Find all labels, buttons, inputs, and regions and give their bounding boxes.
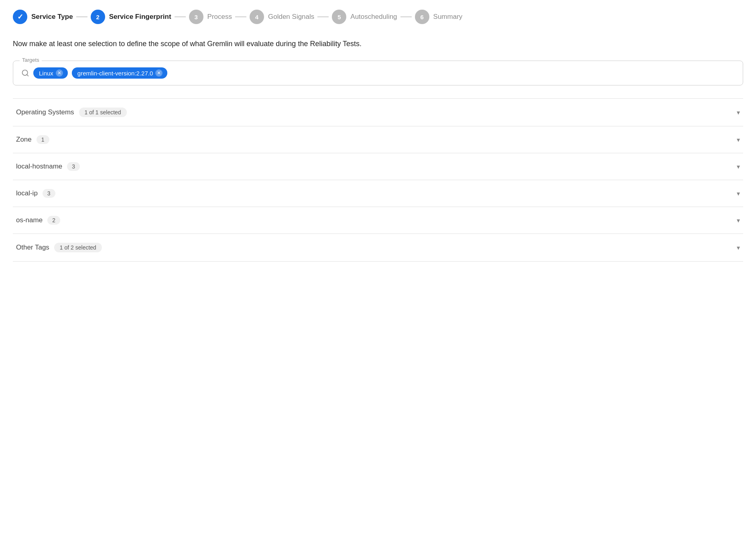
tag-chip-linux-label: Linux <box>39 70 53 77</box>
step-divider-2 <box>175 16 186 17</box>
step-divider-1 <box>76 16 87 17</box>
accordion-title-local-ip: local-ip <box>16 189 38 197</box>
tag-chip-gremlin-label: gremlin-client-version:2.27.0 <box>77 70 153 77</box>
tag-chip-gremlin[interactable]: gremlin-client-version:2.27.0 ✕ <box>72 67 167 79</box>
accordion-badge-local-ip: 3 <box>43 189 55 198</box>
accordion-header-local-hostname[interactable]: local-hostname 3 ▾ <box>13 153 743 180</box>
step-number-service-fingerprint: 2 <box>96 14 99 20</box>
accordion-item-zone: Zone 1 ▾ <box>13 126 743 153</box>
accordion-left-operating-systems: Operating Systems 1 of 1 selected <box>16 108 127 117</box>
accordion-left-other-tags: Other Tags 1 of 2 selected <box>16 243 102 252</box>
step-process[interactable]: 3 Process <box>189 10 232 24</box>
checkmark-icon: ✓ <box>17 12 23 21</box>
accordion-left-local-ip: local-ip 3 <box>16 189 55 198</box>
step-label-service-type: Service Type <box>31 13 73 21</box>
accordion-title-other-tags: Other Tags <box>16 244 49 252</box>
accordion-badge-local-hostname: 3 <box>67 162 80 171</box>
accordion-item-local-hostname: local-hostname 3 ▾ <box>13 153 743 180</box>
accordion-badge-operating-systems: 1 of 1 selected <box>79 108 127 117</box>
step-circle-summary: 6 <box>415 10 429 24</box>
chevron-down-icon-zone: ▾ <box>737 136 740 144</box>
accordion-left-zone: Zone 1 <box>16 135 49 144</box>
accordion-badge-other-tags: 1 of 2 selected <box>54 243 102 252</box>
description-text: Now make at least one selection to defin… <box>13 39 743 49</box>
step-circle-service-fingerprint: 2 <box>91 10 105 24</box>
accordion-header-os-name[interactable]: os-name 2 ▾ <box>13 207 743 233</box>
targets-container: Targets Linux ✕ gremlin-client-version:2… <box>13 61 743 85</box>
accordion-item-local-ip: local-ip 3 ▾ <box>13 180 743 207</box>
step-circle-golden-signals: 4 <box>250 10 264 24</box>
step-golden-signals[interactable]: 4 Golden Signals <box>250 10 314 24</box>
accordion-badge-os-name: 2 <box>47 216 60 225</box>
accordion-title-zone: Zone <box>16 136 32 144</box>
accordion-title-operating-systems: Operating Systems <box>16 108 74 116</box>
accordion-title-os-name: os-name <box>16 216 43 224</box>
step-label-service-fingerprint: Service Fingerprint <box>109 13 171 21</box>
accordion-title-local-hostname: local-hostname <box>16 162 62 171</box>
svg-line-1 <box>27 75 28 76</box>
accordion-header-local-ip[interactable]: local-ip 3 ▾ <box>13 180 743 207</box>
accordion-header-operating-systems[interactable]: Operating Systems 1 of 1 selected ▾ <box>13 99 743 126</box>
chevron-down-icon-local-hostname: ▾ <box>737 163 740 171</box>
step-service-fingerprint[interactable]: 2 Service Fingerprint <box>91 10 171 24</box>
chevron-down-icon-other-tags: ▾ <box>737 244 740 252</box>
step-label-autoscheduling: Autoscheduling <box>350 13 397 21</box>
accordion-item-other-tags: Other Tags 1 of 2 selected ▾ <box>13 234 743 262</box>
step-label-process: Process <box>207 13 232 21</box>
step-divider-3 <box>235 16 246 17</box>
step-number-process: 3 <box>194 14 197 20</box>
step-label-summary: Summary <box>433 13 463 21</box>
tag-chip-gremlin-close[interactable]: ✕ <box>155 69 163 77</box>
step-circle-service-type: ✓ <box>13 10 27 24</box>
targets-inner: Linux ✕ gremlin-client-version:2.27.0 ✕ <box>21 67 735 79</box>
step-autoscheduling[interactable]: 5 Autoscheduling <box>332 10 397 24</box>
tag-chip-linux-close[interactable]: ✕ <box>56 69 63 77</box>
step-label-golden-signals: Golden Signals <box>268 13 314 21</box>
accordion-item-os-name: os-name 2 ▾ <box>13 207 743 234</box>
chevron-down-icon-os-name: ▾ <box>737 217 740 224</box>
step-number-autoscheduling: 5 <box>337 14 341 20</box>
step-circle-process: 3 <box>189 10 203 24</box>
step-number-summary: 6 <box>420 14 423 20</box>
accordion-left-local-hostname: local-hostname 3 <box>16 162 80 171</box>
chevron-down-icon-local-ip: ▾ <box>737 190 740 197</box>
search-icon <box>21 69 29 77</box>
accordion-item-operating-systems: Operating Systems 1 of 1 selected ▾ <box>13 99 743 126</box>
accordion-header-zone[interactable]: Zone 1 ▾ <box>13 126 743 153</box>
accordion-left-os-name: os-name 2 <box>16 216 60 225</box>
accordion-badge-zone: 1 <box>37 135 49 144</box>
targets-label: Targets <box>20 57 42 63</box>
stepper: ✓ Service Type 2 Service Fingerprint 3 P… <box>13 10 743 24</box>
step-service-type[interactable]: ✓ Service Type <box>13 10 73 24</box>
accordion: Operating Systems 1 of 1 selected ▾ Zone… <box>13 98 743 262</box>
step-summary[interactable]: 6 Summary <box>415 10 463 24</box>
tag-chip-linux[interactable]: Linux ✕ <box>33 67 68 79</box>
accordion-header-other-tags[interactable]: Other Tags 1 of 2 selected ▾ <box>13 234 743 261</box>
step-number-golden-signals: 4 <box>255 14 258 20</box>
step-circle-autoscheduling: 5 <box>332 10 346 24</box>
step-divider-5 <box>400 16 412 17</box>
chevron-down-icon-operating-systems: ▾ <box>737 109 740 116</box>
step-divider-4 <box>317 16 329 17</box>
